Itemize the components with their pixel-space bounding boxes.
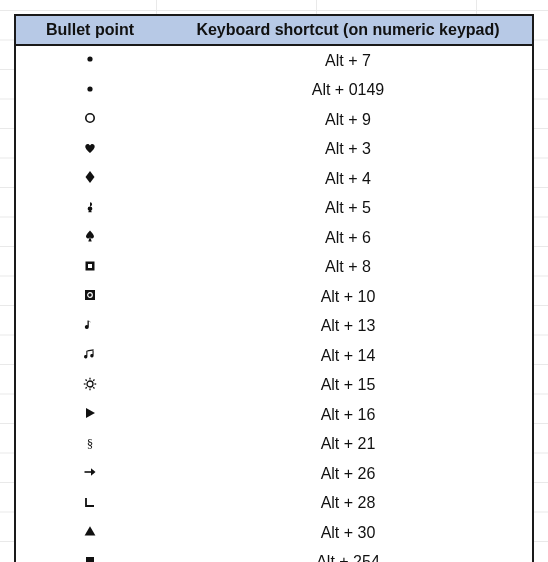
table-row: Alt + 9 (16, 105, 532, 135)
bullet-symbol-cell (16, 200, 164, 217)
shortcut-cell: Alt + 10 (164, 288, 532, 306)
play-triangle-icon (83, 406, 97, 420)
table-row: Alt + 0149 (16, 76, 532, 106)
table-row: Alt + 15 (16, 371, 532, 401)
table-row: Alt + 26 (16, 459, 532, 489)
square-inverse-circle-icon (83, 288, 97, 302)
shortcut-cell: Alt + 9 (164, 111, 532, 129)
table-row: Alt + 14 (16, 341, 532, 371)
table-row: Alt + 6 (16, 223, 532, 253)
header-bullet-point: Bullet point (16, 22, 164, 38)
bullet-shortcuts-table: Bullet point Keyboard shortcut (on numer… (14, 14, 534, 562)
shortcut-cell: Alt + 14 (164, 347, 532, 365)
shortcut-cell: Alt + 7 (164, 52, 532, 70)
bullet-symbol-cell (16, 82, 164, 99)
diamond-icon (83, 170, 97, 184)
square-filled-icon (83, 554, 97, 562)
table-row: Alt + 5 (16, 194, 532, 224)
shortcut-cell: Alt + 26 (164, 465, 532, 483)
bullet-dot-icon (83, 52, 97, 66)
shortcut-cell: Alt + 21 (164, 435, 532, 453)
club-icon (83, 200, 97, 214)
bullet-symbol-cell (16, 170, 164, 187)
bullet-symbol-cell (16, 436, 164, 453)
shortcut-cell: Alt + 13 (164, 317, 532, 335)
bullet-symbol-cell (16, 554, 164, 562)
bullet-symbol-cell (16, 377, 164, 394)
section-sign-icon (83, 436, 97, 450)
header-keyboard-shortcut: Keyboard shortcut (on numeric keypad) (164, 21, 532, 39)
sun-outline-icon (83, 377, 97, 391)
bullet-symbol-cell (16, 52, 164, 69)
shortcut-cell: Alt + 6 (164, 229, 532, 247)
heart-icon (83, 141, 97, 155)
shortcut-cell: Alt + 0149 (164, 81, 532, 99)
table-header-row: Bullet point Keyboard shortcut (on numer… (16, 16, 532, 46)
bullet-symbol-cell (16, 406, 164, 423)
table-row: Alt + 254 (16, 548, 532, 563)
bullet-symbol-cell (16, 347, 164, 364)
table-row: Alt + 10 (16, 282, 532, 312)
bullet-symbol-cell (16, 111, 164, 128)
table-row: Alt + 4 (16, 164, 532, 194)
bullet-symbol-cell (16, 141, 164, 158)
bullet-symbol-cell (16, 288, 164, 305)
bullet-symbol-cell (16, 465, 164, 482)
beamed-notes-icon (83, 347, 97, 361)
bullet-symbol-cell (16, 229, 164, 246)
eighth-note-icon (83, 318, 97, 332)
bullet-dot-icon (83, 82, 97, 96)
bullet-symbol-cell (16, 259, 164, 276)
spade-icon (83, 229, 97, 243)
table-row: Alt + 30 (16, 518, 532, 548)
table-row: Alt + 13 (16, 312, 532, 342)
table-row: Alt + 7 (16, 46, 532, 76)
right-angle-icon (83, 495, 97, 509)
shortcut-cell: Alt + 16 (164, 406, 532, 424)
square-inverse-icon (83, 259, 97, 273)
shortcut-cell: Alt + 8 (164, 258, 532, 276)
shortcut-cell: Alt + 28 (164, 494, 532, 512)
table-row: Alt + 28 (16, 489, 532, 519)
bullet-symbol-cell (16, 495, 164, 512)
triangle-up-icon (83, 524, 97, 538)
shortcut-cell: Alt + 5 (164, 199, 532, 217)
shortcut-cell: Alt + 30 (164, 524, 532, 542)
shortcut-cell: Alt + 254 (164, 553, 532, 562)
arrow-right-icon (83, 465, 97, 479)
shortcut-cell: Alt + 4 (164, 170, 532, 188)
circle-outline-icon (83, 111, 97, 125)
table-row: Alt + 21 (16, 430, 532, 460)
table-row: Alt + 16 (16, 400, 532, 430)
table-row: Alt + 8 (16, 253, 532, 283)
bullet-symbol-cell (16, 318, 164, 335)
shortcut-cell: Alt + 3 (164, 140, 532, 158)
table-row: Alt + 3 (16, 135, 532, 165)
shortcut-cell: Alt + 15 (164, 376, 532, 394)
bullet-symbol-cell (16, 524, 164, 541)
